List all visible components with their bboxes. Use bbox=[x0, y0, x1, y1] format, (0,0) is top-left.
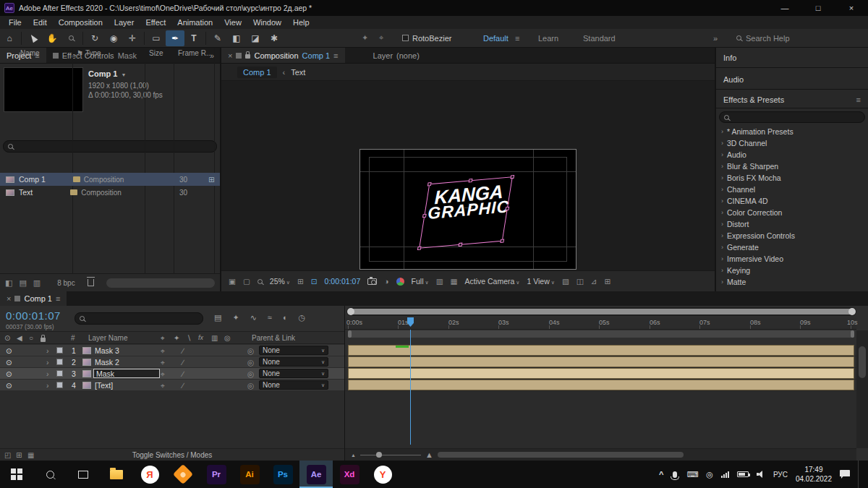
yandex-app-button[interactable]: Я bbox=[133, 461, 166, 488]
selection-handle[interactable] bbox=[417, 247, 422, 251]
effects-category-channel[interactable]: ›Channel bbox=[716, 184, 868, 195]
vertical-scrollbar[interactable] bbox=[856, 330, 868, 448]
selection-handle[interactable] bbox=[459, 243, 463, 247]
breadcrumb-item[interactable]: Text bbox=[291, 68, 305, 77]
home-icon[interactable]: ⌂ bbox=[0, 30, 19, 46]
layer-color-swatch[interactable] bbox=[56, 382, 63, 388]
snapshot-camera-icon[interactable] bbox=[367, 278, 377, 285]
mask-feather-icon[interactable]: ✦ bbox=[362, 33, 368, 43]
maximize-icon[interactable]: □ bbox=[801, 0, 835, 16]
effects-category-generate[interactable]: ›Generate bbox=[716, 241, 868, 253]
selection-handle[interactable] bbox=[505, 207, 509, 211]
motion-blur-icon[interactable]: ◐ bbox=[283, 313, 288, 322]
layer-duration-bar[interactable] bbox=[348, 380, 854, 390]
action-center-icon[interactable] bbox=[840, 470, 850, 479]
layer-color-swatch[interactable] bbox=[56, 359, 63, 365]
keyboard-icon[interactable]: ⌨ bbox=[686, 470, 698, 479]
zoom-out-mountain-icon[interactable]: ▲ bbox=[351, 453, 356, 458]
channels-icon[interactable] bbox=[396, 278, 404, 286]
timeline-button-icon[interactable]: ⊿ bbox=[591, 277, 597, 286]
workspace-standard[interactable]: Standard bbox=[583, 34, 616, 43]
toolbar-overflow-icon[interactable]: » bbox=[713, 34, 718, 43]
pickwhip-icon[interactable]: ◎ bbox=[247, 346, 254, 355]
shy-icon[interactable]: ∿ bbox=[250, 313, 257, 322]
exposure-icon[interactable]: ◑ bbox=[384, 277, 388, 286]
premiere-button[interactable]: Pr bbox=[200, 461, 233, 488]
menu-effect[interactable]: Effect bbox=[140, 18, 171, 27]
expand-out-icon[interactable]: ⊞ bbox=[16, 451, 22, 459]
layer-row-4[interactable]: ⊙ › 4 [Text] ⌖ ∕ ◎ None∨ bbox=[0, 380, 344, 391]
language-indicator[interactable]: РУС bbox=[773, 471, 788, 479]
timeline-search-input[interactable] bbox=[75, 312, 203, 325]
rotobezier-option[interactable]: RotoBezier bbox=[402, 34, 451, 43]
hand-tool-icon[interactable]: ✋ bbox=[43, 30, 61, 46]
grid-options-icon[interactable]: ⊞ bbox=[297, 277, 304, 286]
new-composition-icon[interactable]: ▥ bbox=[33, 278, 41, 288]
column-parent-link[interactable]: Parent & Link bbox=[252, 334, 295, 342]
timeline-zoom-slider[interactable] bbox=[360, 455, 421, 455]
timeline-timecode[interactable]: 0:00:01:07 bbox=[6, 309, 61, 322]
column-size[interactable]: Size bbox=[149, 49, 163, 57]
project-bpc-label[interactable]: 8 bpc bbox=[57, 279, 75, 287]
menu-edit[interactable]: Edit bbox=[27, 18, 53, 27]
selection-handle[interactable] bbox=[427, 182, 432, 187]
close-icon[interactable]: × bbox=[835, 0, 868, 16]
start-button[interactable] bbox=[0, 461, 33, 488]
track-row-1[interactable] bbox=[345, 345, 856, 356]
snapping-icon[interactable]: ⌖ bbox=[379, 33, 383, 43]
graph-editor-icon[interactable]: ◷ bbox=[299, 313, 306, 322]
effects-category-3d-channel[interactable]: ›3D Channel bbox=[716, 137, 868, 149]
composition-canvas[interactable]: KANGA GRAPHIC bbox=[359, 149, 576, 270]
pixel-aspect-icon[interactable]: ▧ bbox=[562, 277, 569, 286]
effects-panel-header[interactable]: Effects & Presets ≡ bbox=[716, 91, 868, 108]
draft-3d-icon[interactable]: ✦ bbox=[232, 313, 239, 322]
photoshop-button[interactable]: Ps bbox=[266, 461, 299, 488]
parent-select[interactable]: None∨ bbox=[259, 357, 328, 367]
quality-slash-icon[interactable]: ∕ bbox=[182, 369, 184, 378]
effects-category-audio[interactable]: ›Audio bbox=[716, 149, 868, 160]
effects-category-keying[interactable]: ›Keying bbox=[716, 265, 868, 276]
battery-icon[interactable] bbox=[737, 471, 749, 477]
navigator-handle[interactable] bbox=[349, 309, 854, 314]
quality-slash-icon[interactable]: ∕ bbox=[182, 358, 184, 367]
help-search[interactable]: Search Help bbox=[736, 34, 790, 43]
close-tab-icon[interactable]: × bbox=[228, 51, 232, 60]
quality-icon[interactable]: ⌖ bbox=[161, 381, 165, 390]
new-folder-icon[interactable]: ▤ bbox=[19, 278, 26, 288]
rotobezier-checkbox[interactable] bbox=[402, 35, 409, 41]
layer-name[interactable]: Mask 3 bbox=[95, 346, 119, 355]
track-row-2[interactable] bbox=[345, 356, 856, 368]
effects-category-immersive-video[interactable]: ›Immersive Video bbox=[716, 253, 868, 265]
mask-visibility-icon[interactable]: ⊡ bbox=[311, 277, 318, 286]
quality-slash-icon[interactable]: ∕ bbox=[182, 346, 184, 355]
menu-file[interactable]: File bbox=[3, 18, 27, 27]
file-explorer-button[interactable] bbox=[100, 461, 133, 488]
task-view-button[interactable] bbox=[67, 461, 100, 488]
menu-window[interactable]: Window bbox=[247, 18, 287, 27]
breadcrumb-comp[interactable]: Comp 1 bbox=[237, 67, 277, 78]
viewer-timecode[interactable]: 0:00:01:07 bbox=[325, 277, 361, 286]
panel-menu-icon[interactable]: ≡ bbox=[333, 51, 338, 60]
network-icon[interactable] bbox=[721, 471, 729, 478]
menu-layer[interactable]: Layer bbox=[109, 18, 140, 27]
orange-app-button[interactable] bbox=[166, 461, 200, 488]
project-search-input[interactable] bbox=[3, 140, 217, 153]
column-name[interactable]: Name bbox=[20, 49, 40, 57]
layer-name[interactable]: Mask 2 bbox=[95, 358, 119, 367]
parent-select[interactable]: None∨ bbox=[259, 369, 328, 378]
toggle-switches-modes-bar[interactable]: ◰ ⊞ ▦ Toggle Switches / Modes bbox=[0, 448, 344, 461]
yandex-browser-button[interactable]: Y bbox=[366, 461, 399, 488]
zoom-slider-knob[interactable] bbox=[376, 452, 382, 458]
pen-tool-icon[interactable]: ✒ bbox=[166, 30, 184, 46]
zoom-level-select[interactable]: 25%∨ bbox=[270, 277, 290, 286]
tray-app-icon[interactable]: ◎ bbox=[706, 470, 713, 479]
zoom-tool-icon[interactable] bbox=[61, 30, 80, 46]
scrollbar-thumb[interactable] bbox=[438, 452, 684, 458]
eraser-tool-icon[interactable]: ◪ bbox=[246, 30, 265, 46]
camera-tool-icon[interactable]: ◉ bbox=[104, 30, 123, 46]
illustrator-button[interactable]: Ai bbox=[233, 461, 266, 488]
tab-timeline-comp1[interactable]: × Comp 1 ≡ bbox=[0, 291, 67, 306]
scrollbar-thumb[interactable] bbox=[859, 346, 866, 378]
camera-select[interactable]: Active Camera∨ bbox=[464, 277, 519, 286]
expand-icon[interactable]: › bbox=[46, 369, 49, 378]
